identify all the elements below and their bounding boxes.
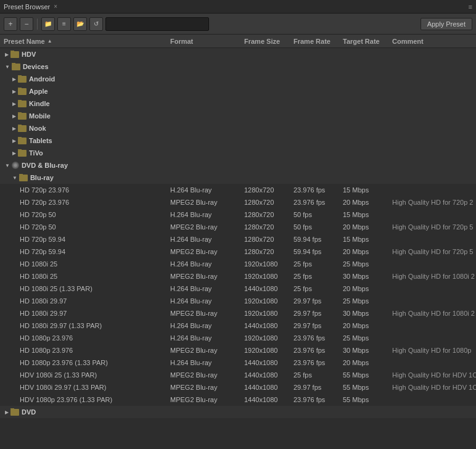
group-row[interactable]: ▶Apple: [0, 85, 476, 97]
format-cell: H.264 Blu-ray: [166, 285, 240, 292]
list-item[interactable]: HD 720p 23.976H.264 Blu-ray1280x72023.97…: [0, 184, 476, 196]
list-item[interactable]: HD 1080i 29.97 (1.33 PAR)H.264 Blu-ray14…: [0, 319, 476, 332]
search-input[interactable]: [105, 17, 209, 31]
group-row[interactable]: ▼Blu-ray: [0, 171, 476, 184]
list-item[interactable]: HD 1080i 25H.264 Blu-ray1920x108025 fps2…: [0, 258, 476, 270]
item-label: HD 1080i 25 (1.33 PAR): [20, 285, 92, 292]
size-cell: 1440x1080: [240, 396, 290, 403]
expand-icon: ▼: [5, 163, 10, 168]
size-cell: 1920x1080: [240, 347, 290, 354]
size-cell: 1280x720: [240, 223, 290, 231]
col-header-preset-name[interactable]: Preset Name ▲: [0, 38, 166, 45]
group-label: Kindle: [29, 100, 50, 107]
format-cell: MPEG2 Blu-ray: [166, 248, 240, 255]
item-label: HDV 1080p 23.976 (1.33 PAR): [20, 396, 112, 403]
target-cell: 15 Mbps: [339, 186, 388, 194]
add-preset-button[interactable]: +: [4, 17, 17, 31]
folder-icon: [10, 51, 19, 58]
import-button[interactable]: 📂: [73, 17, 87, 31]
list-item[interactable]: HDV 1080p 23.976 (1.33 PAR)MPEG2 Blu-ray…: [0, 393, 476, 406]
group-row[interactable]: ▼Devices: [0, 60, 476, 73]
group-row[interactable]: ▶TiVo: [0, 147, 476, 159]
list-item[interactable]: HD 720p 50MPEG2 Blu-ray1280x72050 fps20 …: [0, 221, 476, 233]
size-cell: 1280x720: [240, 186, 290, 194]
panel-menu-icon[interactable]: ≡: [469, 3, 472, 10]
group-row[interactable]: ▶DVD: [0, 406, 476, 418]
list-item[interactable]: HD 720p 59.94MPEG2 Blu-ray1280x72059.94 …: [0, 245, 476, 258]
fps-cell: 25 fps: [290, 273, 339, 280]
list-item[interactable]: HD 1080p 23.976 (1.33 PAR)H.264 Blu-ray1…: [0, 356, 476, 369]
table-header: Preset Name ▲ Format Frame Size Frame Ra…: [0, 35, 476, 48]
list-item[interactable]: HD 1080i 25MPEG2 Blu-ray1920x108025 fps3…: [0, 270, 476, 282]
fps-cell: 59.94 fps: [290, 236, 339, 243]
target-cell: 30 Mbps: [339, 347, 388, 354]
fps-cell: 29.97 fps: [290, 310, 339, 317]
fps-cell: 29.97 fps: [290, 322, 339, 329]
expand-icon: ▼: [12, 175, 17, 181]
close-icon[interactable]: ×: [54, 3, 57, 10]
target-cell: 20 Mbps: [339, 285, 388, 292]
list-item[interactable]: HD 1080i 29.97MPEG2 Blu-ray1920x108029.9…: [0, 307, 476, 319]
col-header-frame-size[interactable]: Frame Size: [240, 38, 290, 45]
folder-button[interactable]: 📁: [41, 17, 55, 31]
target-cell: 20 Mbps: [339, 322, 388, 329]
size-cell: 1920x1080: [240, 310, 290, 317]
list-item[interactable]: HDV 1080i 25 (1.33 PAR)MPEG2 Blu-ray1440…: [0, 369, 476, 381]
size-cell: 1280x720: [240, 211, 290, 218]
size-cell: 1440x1080: [240, 285, 290, 292]
item-label: HD 720p 23.976: [20, 199, 69, 206]
col-header-format[interactable]: Format: [166, 38, 240, 45]
group-row[interactable]: ▶Mobile: [0, 110, 476, 122]
format-cell: MPEG2 Blu-ray: [166, 371, 240, 379]
tree-area[interactable]: ▶HDV▼Devices▶Android▶Apple▶Kindle▶Mobile…: [0, 48, 476, 449]
group-label: DVD & Blu-ray: [22, 162, 68, 169]
search-wrapper: 🔍: [105, 17, 418, 31]
list-button[interactable]: ≡: [57, 17, 71, 31]
title-bar: Preset Browser × ≡: [0, 0, 476, 14]
list-item[interactable]: HD 1080p 23.976MPEG2 Blu-ray1920x108023.…: [0, 344, 476, 356]
comment-cell: High Quality HD for HDV 1C: [388, 371, 476, 379]
comment-cell: High Quality HD for 720p 5: [388, 248, 476, 255]
target-cell: 55 Mbps: [339, 371, 388, 379]
list-item[interactable]: HD 720p 50H.264 Blu-ray1280x72050 fps15 …: [0, 208, 476, 221]
group-row[interactable]: ▶HDV: [0, 48, 476, 60]
folder-icon: [18, 138, 27, 144]
list-item[interactable]: HD 1080i 29.97H.264 Blu-ray1920x108029.9…: [0, 295, 476, 307]
item-label: HD 1080p 23.976: [20, 347, 73, 354]
target-cell: 30 Mbps: [339, 273, 388, 280]
list-item[interactable]: HDV 1080i 29.97 (1.33 PAR)MPEG2 Blu-ray1…: [0, 381, 476, 393]
refresh-button[interactable]: ↺: [89, 17, 103, 31]
col-header-comment[interactable]: Comment: [388, 38, 476, 45]
item-label: HD 1080i 29.97: [20, 310, 67, 317]
list-item[interactable]: HD 1080p 23.976H.264 Blu-ray1920x108023.…: [0, 332, 476, 344]
target-cell: 25 Mbps: [339, 334, 388, 342]
size-cell: 1440x1080: [240, 384, 290, 391]
format-cell: H.264 Blu-ray: [166, 359, 240, 366]
toolbar: + − 📁 ≡ 📂 ↺ 🔍 Apply Preset: [0, 14, 476, 35]
group-row[interactable]: ▶Tablets: [0, 134, 476, 147]
size-cell: 1280x720: [240, 199, 290, 206]
expand-icon: ▶: [5, 410, 9, 415]
apply-preset-button[interactable]: Apply Preset: [421, 18, 472, 30]
list-item[interactable]: HD 720p 59.94H.264 Blu-ray1280x72059.94 …: [0, 233, 476, 245]
item-label: HD 720p 59.94: [20, 248, 65, 255]
folder-icon: [18, 113, 27, 120]
target-cell: 55 Mbps: [339, 396, 388, 403]
group-row[interactable]: ▶Kindle: [0, 97, 476, 110]
col-header-frame-rate[interactable]: Frame Rate: [290, 38, 339, 45]
folder-icon: [10, 409, 19, 416]
group-row[interactable]: ▼DVD & Blu-ray: [0, 159, 476, 171]
list-item[interactable]: HD 1080i 25 (1.33 PAR)H.264 Blu-ray1440x…: [0, 282, 476, 295]
expand-icon: ▶: [12, 76, 16, 82]
group-row[interactable]: ▶Android: [0, 73, 476, 85]
group-row[interactable]: ▶Nook: [0, 122, 476, 134]
col-header-target-rate[interactable]: Target Rate: [339, 38, 388, 45]
fps-cell: 23.976 fps: [290, 199, 339, 206]
folder-icon: [18, 76, 27, 83]
folder-icon: [18, 125, 27, 132]
remove-preset-button[interactable]: −: [20, 17, 33, 31]
group-label: HDV: [22, 51, 36, 58]
list-item[interactable]: HD 720p 23.976MPEG2 Blu-ray1280x72023.97…: [0, 196, 476, 208]
item-label: HD 1080i 29.97 (1.33 PAR): [20, 322, 102, 329]
format-cell: MPEG2 Blu-ray: [166, 223, 240, 231]
